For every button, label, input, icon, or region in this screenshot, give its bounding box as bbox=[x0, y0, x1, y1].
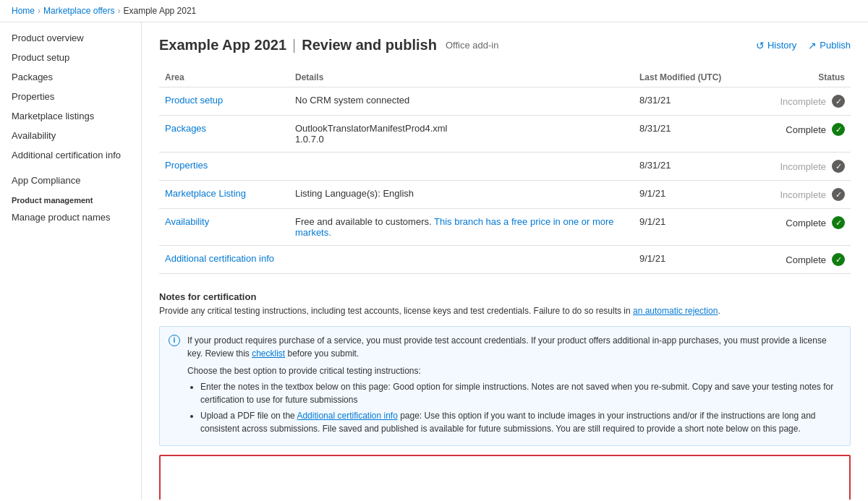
bullet2-part1: Upload a PDF file on the bbox=[200, 411, 297, 421]
status-icon-additional-cert: ✓ bbox=[832, 253, 845, 266]
col-details: Details bbox=[289, 68, 634, 87]
sidebar-item-marketplace-listings[interactable]: Marketplace listings bbox=[0, 106, 141, 126]
table-row: Properties 8/31/21 Incomplete ✓ bbox=[159, 153, 851, 181]
info-text-part2: before you submit. bbox=[285, 348, 359, 359]
packages-version: 1.0.7.0 bbox=[295, 134, 628, 145]
sidebar: Product overview Product setup Packages … bbox=[0, 22, 142, 500]
sidebar-item-product-setup[interactable]: Product setup bbox=[0, 48, 141, 67]
modified-additional-cert: 9/1/21 bbox=[634, 246, 749, 274]
history-button[interactable]: ↺ History bbox=[756, 40, 796, 51]
modified-product-setup: 8/31/21 bbox=[634, 87, 749, 116]
header-actions: ↺ History ↗ Publish bbox=[756, 40, 851, 51]
col-status: Status bbox=[749, 68, 851, 87]
status-icon-product-setup: ✓ bbox=[832, 95, 845, 108]
status-icon-availability: ✓ bbox=[832, 216, 845, 229]
details-marketplace-listing: Listing Language(s): English bbox=[289, 181, 634, 209]
page-review-subtitle: Review and publish bbox=[302, 37, 437, 53]
sidebar-item-app-compliance[interactable]: App Compliance bbox=[0, 171, 141, 190]
status-packages: Complete ✓ bbox=[755, 123, 845, 136]
status-label-marketplace-listing: Incomplete bbox=[780, 189, 826, 200]
status-icon-marketplace-listing: ✓ bbox=[832, 188, 845, 201]
modified-properties: 8/31/21 bbox=[634, 153, 749, 181]
notes-section: Notes for certification Provide any crit… bbox=[159, 291, 851, 500]
breadcrumb-current: Example App 2021 bbox=[124, 6, 197, 16]
choose-text: Choose the best option to provide critic… bbox=[187, 364, 841, 377]
table-row: Marketplace Listing Listing Language(s):… bbox=[159, 181, 851, 209]
details-product-setup: No CRM system connected bbox=[289, 87, 634, 116]
publish-icon: ↗ bbox=[808, 40, 817, 51]
status-marketplace-listing: Incomplete ✓ bbox=[755, 188, 845, 201]
notes-title: Notes for certification bbox=[159, 291, 851, 302]
page-app-title: Example App 2021 bbox=[159, 37, 286, 53]
modified-marketplace-listing: 9/1/21 bbox=[634, 181, 749, 209]
status-label-properties: Incomplete bbox=[780, 161, 826, 172]
instructions-bullet2: Upload a PDF file on the Additional cert… bbox=[200, 409, 841, 435]
title-separator: | bbox=[292, 37, 296, 53]
publish-header-button[interactable]: ↗ Publish bbox=[808, 40, 851, 51]
breadcrumb-offers[interactable]: Marketplace offers bbox=[43, 6, 115, 16]
status-properties: Incomplete ✓ bbox=[755, 160, 845, 173]
details-properties bbox=[289, 153, 634, 181]
breadcrumb-bar: Home › Marketplace offers › Example App … bbox=[0, 0, 868, 22]
area-link-additional-cert[interactable]: Additional certification info bbox=[165, 253, 274, 264]
area-link-product-setup[interactable]: Product setup bbox=[165, 95, 223, 106]
status-label-packages: Complete bbox=[786, 124, 826, 135]
sidebar-item-additional-cert[interactable]: Additional certification info bbox=[0, 145, 141, 165]
page-header: Example App 2021 | Review and publish Of… bbox=[159, 37, 851, 53]
area-link-properties[interactable]: Properties bbox=[165, 160, 208, 171]
details-packages: OutlookTranslatorManifestProd4.xml 1.0.7… bbox=[289, 116, 634, 153]
area-link-marketplace-listing[interactable]: Marketplace Listing bbox=[165, 188, 246, 199]
sidebar-item-availability[interactable]: Availability bbox=[0, 126, 141, 145]
col-modified: Last Modified (UTC) bbox=[634, 68, 749, 87]
info-box: i If your product requires purchase of a… bbox=[159, 326, 851, 446]
breadcrumb-home[interactable]: Home bbox=[12, 6, 35, 16]
notes-desc-part2: . bbox=[718, 306, 720, 316]
availability-highlight: This branch has a free price in one or m… bbox=[295, 216, 614, 238]
instructions-list: Enter the notes in the textbox below on … bbox=[187, 380, 841, 435]
details-availability: Free and available to customers. This br… bbox=[289, 209, 634, 246]
sidebar-section-product-management: Product management bbox=[0, 190, 141, 207]
status-availability: Complete ✓ bbox=[755, 216, 845, 229]
status-label-availability: Complete bbox=[786, 218, 826, 228]
sidebar-item-packages[interactable]: Packages bbox=[0, 67, 141, 87]
status-product-setup: Incomplete ✓ bbox=[755, 95, 845, 108]
table-row: Product setup No CRM system connected 8/… bbox=[159, 87, 851, 116]
sidebar-item-properties[interactable]: Properties bbox=[0, 87, 141, 106]
info-icon: i bbox=[169, 335, 180, 346]
sidebar-item-manage-product-names[interactable]: Manage product names bbox=[0, 207, 141, 227]
notes-description: Provide any critical testing instruction… bbox=[159, 305, 851, 317]
modified-packages: 8/31/21 bbox=[634, 116, 749, 153]
area-link-packages[interactable]: Packages bbox=[165, 123, 206, 134]
modified-availability: 9/1/21 bbox=[634, 209, 749, 246]
sidebar-item-product-overview[interactable]: Product overview bbox=[0, 28, 141, 48]
page-badge: Office add-in bbox=[446, 40, 498, 51]
main-content: Example App 2021 | Review and publish Of… bbox=[142, 22, 868, 500]
history-icon: ↺ bbox=[756, 40, 765, 51]
instructions-bullet1: Enter the notes in the textbox below on … bbox=[200, 380, 841, 406]
breadcrumb-sep1: › bbox=[38, 6, 41, 16]
history-label: History bbox=[767, 40, 796, 51]
notes-desc-part1: Provide any critical testing instruction… bbox=[159, 306, 633, 316]
checklist-link[interactable]: checklist bbox=[252, 348, 285, 359]
status-label-additional-cert: Complete bbox=[786, 254, 826, 265]
status-additional-cert: Complete ✓ bbox=[755, 253, 845, 266]
details-additional-cert bbox=[289, 246, 634, 274]
breadcrumb-sep2: › bbox=[118, 6, 121, 16]
publish-header-label: Publish bbox=[820, 40, 851, 51]
table-row: Additional certification info 9/1/21 Com… bbox=[159, 246, 851, 274]
col-area: Area bbox=[159, 68, 289, 87]
area-link-availability[interactable]: Availability bbox=[165, 216, 209, 227]
packages-file: OutlookTranslatorManifestProd4.xml bbox=[295, 123, 628, 134]
info-box-content: If your product requires purchase of a s… bbox=[187, 334, 841, 438]
review-table: Area Details Last Modified (UTC) Status … bbox=[159, 68, 851, 274]
status-label-product-setup: Incomplete bbox=[780, 96, 826, 107]
additional-cert-link[interactable]: Additional certification info bbox=[297, 411, 397, 421]
notes-textarea[interactable] bbox=[159, 455, 851, 500]
status-icon-properties: ✓ bbox=[832, 160, 845, 173]
page-title-area: Example App 2021 | Review and publish Of… bbox=[159, 37, 498, 53]
status-icon-packages: ✓ bbox=[832, 123, 845, 136]
notes-rejection-link[interactable]: an automatic rejection bbox=[633, 306, 718, 316]
table-row: Packages OutlookTranslatorManifestProd4.… bbox=[159, 116, 851, 153]
table-row: Availability Free and available to custo… bbox=[159, 209, 851, 246]
